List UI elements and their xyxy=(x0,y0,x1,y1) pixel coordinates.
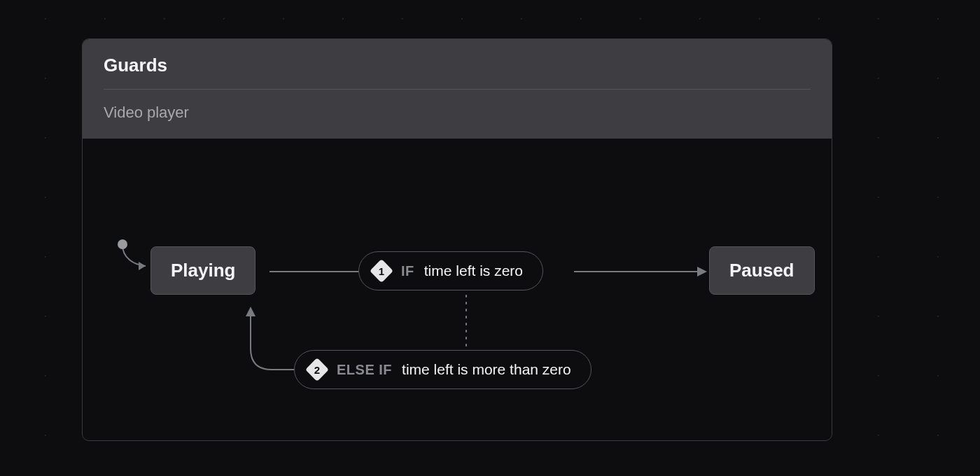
diagram-canvas[interactable]: Playing Paused 1 IF time left is zero 2 … xyxy=(83,139,832,422)
arrowhead-initial xyxy=(139,262,146,270)
edge-initial-to-playing xyxy=(122,245,146,266)
panel-header: Guards Video player xyxy=(83,39,832,139)
guard-number: 2 xyxy=(307,360,327,379)
state-machine-panel: Guards Video player Playing xyxy=(82,38,832,441)
initial-state-dot xyxy=(118,239,127,249)
diamond-icon: 2 xyxy=(307,360,327,379)
guard-keyword: ELSE IF xyxy=(337,362,392,378)
guard-pill-1[interactable]: 1 IF time left is zero xyxy=(358,251,543,290)
panel-divider xyxy=(104,89,811,90)
diamond-icon: 1 xyxy=(372,261,391,281)
panel-title: Guards xyxy=(104,55,811,76)
state-node-playing[interactable]: Playing xyxy=(150,246,255,295)
state-label: Paused xyxy=(729,260,794,281)
state-label: Playing xyxy=(171,260,235,281)
guard-number: 1 xyxy=(372,261,391,281)
arrowhead-back-to-playing xyxy=(246,307,255,316)
guard-keyword: IF xyxy=(401,263,414,279)
state-node-paused[interactable]: Paused xyxy=(709,246,815,295)
panel-subtitle: Video player xyxy=(104,104,811,122)
guard-condition: time left is more than zero xyxy=(402,361,571,378)
guard-pill-2[interactable]: 2 ELSE IF time left is more than zero xyxy=(294,350,592,389)
edge-guard2-to-playing xyxy=(251,315,294,370)
arrowhead-to-paused xyxy=(697,267,707,276)
guard-condition: time left is zero xyxy=(424,262,523,279)
